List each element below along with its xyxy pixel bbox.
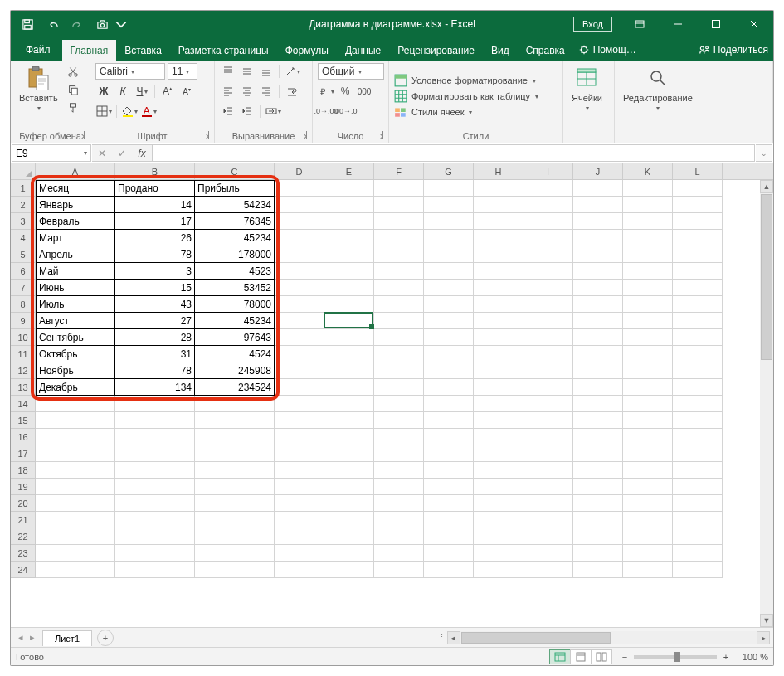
cell[interactable]: 27 [115,313,195,329]
cell[interactable] [623,263,673,280]
cell[interactable] [623,296,673,313]
tab-help[interactable]: Справка [518,40,573,61]
column-header[interactable]: D [275,163,324,179]
cell[interactable] [573,180,623,197]
cell[interactable] [523,362,573,379]
cell[interactable] [374,412,424,429]
copy-icon[interactable] [65,81,81,98]
cell[interactable] [673,180,723,197]
cell[interactable] [424,362,474,379]
cell[interactable]: 78 [115,246,195,263]
cell[interactable] [673,479,723,495]
cell[interactable] [374,462,424,479]
cell[interactable] [36,512,115,528]
cell[interactable] [324,379,374,396]
cell[interactable] [474,263,523,280]
cell[interactable] [673,230,723,246]
decrease-indent-icon[interactable] [220,103,236,119]
cell[interactable] [195,479,275,495]
cell[interactable] [275,362,324,379]
cell[interactable] [623,213,673,230]
cell[interactable] [115,412,195,429]
cell[interactable] [115,562,195,578]
cut-icon[interactable] [65,63,81,80]
cell[interactable] [424,263,474,280]
row-header[interactable]: 2 [11,197,36,213]
increase-indent-icon[interactable] [239,103,256,119]
cell[interactable] [673,329,723,346]
cell[interactable] [195,562,275,578]
cell[interactable]: 31 [115,346,195,362]
cell[interactable]: Прибыль [195,180,275,197]
cell[interactable] [673,396,723,412]
cell[interactable] [374,512,424,528]
cell[interactable] [474,495,523,512]
row-header[interactable]: 7 [11,280,36,296]
cell[interactable] [374,479,424,495]
cell[interactable] [424,213,474,230]
cell[interactable] [424,412,474,429]
cell[interactable]: 17 [115,213,195,230]
cell[interactable] [324,495,374,512]
cell[interactable] [424,429,474,445]
cell[interactable] [195,462,275,479]
tab-insert[interactable]: Вставка [116,40,170,61]
row-header[interactable]: 12 [11,362,36,379]
cell[interactable] [374,445,424,462]
cell[interactable]: Январь [36,197,115,213]
cell[interactable]: 28 [115,329,195,346]
column-header[interactable]: K [623,163,673,179]
cell[interactable]: 15 [115,280,195,296]
cell[interactable]: 54234 [195,197,275,213]
align-left-icon[interactable] [220,83,236,100]
cell[interactable] [275,528,324,545]
cell[interactable] [115,545,195,562]
cell[interactable]: 178000 [195,246,275,263]
cell[interactable] [275,479,324,495]
row-header[interactable]: 15 [11,412,36,429]
cell[interactable] [374,379,424,396]
cell[interactable] [523,346,573,362]
cell[interactable] [623,512,673,528]
vertical-scrollbar[interactable]: ▲ ▼ [760,180,773,627]
cell[interactable] [275,396,324,412]
cell[interactable] [474,230,523,246]
cell[interactable] [36,396,115,412]
cell[interactable] [623,362,673,379]
cell[interactable] [324,462,374,479]
cell[interactable] [573,197,623,213]
cell[interactable] [275,445,324,462]
expand-formula-bar-icon[interactable]: ⌄ [756,144,772,162]
cell[interactable] [275,346,324,362]
cell[interactable] [374,528,424,545]
cell[interactable] [324,329,374,346]
cell[interactable] [374,230,424,246]
cell[interactable] [523,329,573,346]
cell[interactable] [523,396,573,412]
cell[interactable] [374,180,424,197]
cell[interactable] [623,545,673,562]
cell[interactable] [275,280,324,296]
tab-view[interactable]: Вид [483,40,518,61]
cell[interactable]: 245908 [195,362,275,379]
cell[interactable] [573,246,623,263]
cell[interactable] [623,412,673,429]
tell-me-button[interactable]: Помощ… [573,39,641,61]
cell[interactable] [115,396,195,412]
cell[interactable] [424,280,474,296]
cell[interactable] [275,246,324,263]
cell[interactable] [673,462,723,479]
cell[interactable] [573,396,623,412]
cell[interactable] [523,379,573,396]
row-header[interactable]: 8 [11,296,36,313]
number-format-combo[interactable]: Общий▾ [318,63,384,80]
row-header[interactable]: 23 [11,545,36,562]
cell[interactable] [573,230,623,246]
row-header[interactable]: 5 [11,246,36,263]
cell[interactable] [424,346,474,362]
cancel-formula-icon[interactable]: ✕ [92,148,112,159]
cell[interactable] [474,379,523,396]
cell[interactable] [374,429,424,445]
zoom-value[interactable]: 100 % [735,652,768,662]
wrap-text-icon[interactable] [284,83,300,100]
